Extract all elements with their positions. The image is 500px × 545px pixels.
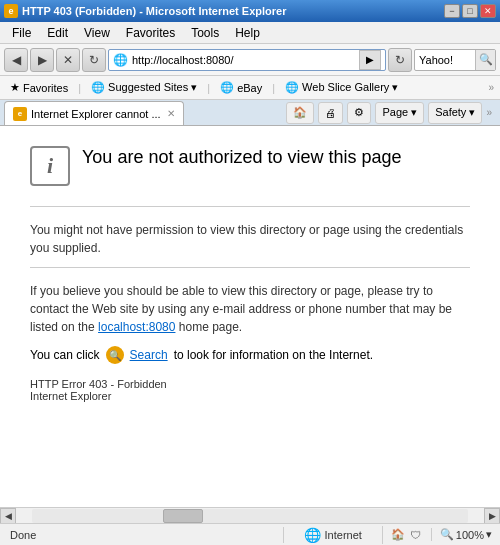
scroll-right-arrow[interactable]: ▶ (484, 508, 500, 524)
status-bar: Done 🌐 Internet 🏠 🛡 🔍 100% ▾ (0, 523, 500, 545)
search-row-suffix: to look for information on the Internet. (174, 348, 373, 362)
favorites-item[interactable]: ★ Favorites (4, 79, 74, 96)
ebay-icon: 🌐 (220, 81, 234, 94)
status-right-icons: 🏠 🛡 (382, 526, 431, 544)
refresh-button[interactable]: ↻ (82, 48, 106, 72)
page-label: Page ▾ (382, 106, 417, 119)
tab-bar: e Internet Explorer cannot ... ✕ (0, 100, 286, 125)
favorites-star-icon: ★ (10, 81, 20, 94)
safety-button[interactable]: Safety ▾ (428, 102, 482, 124)
scroll-track[interactable] (32, 509, 468, 523)
minimize-button[interactable]: − (444, 4, 460, 18)
address-bar: 🌐 ▶ (108, 49, 386, 71)
nav-bar: ◀ ▶ ✕ ↻ 🌐 ▶ ↻ 🔍 (0, 44, 500, 76)
tools-icon: ⚙ (354, 106, 364, 119)
menu-bar: File Edit View Favorites Tools Help (0, 22, 500, 44)
ebay-label: eBay (237, 82, 262, 94)
address-input[interactable] (132, 54, 355, 66)
suggested-sites-item[interactable]: 🌐 Suggested Sites ▾ (85, 79, 203, 96)
horizontal-scrollbar[interactable]: ◀ ▶ (0, 507, 500, 523)
web-slice-icon: 🌐 (285, 81, 299, 94)
search-row-prefix: You can click (30, 348, 100, 362)
fav-separator-2: | (207, 82, 210, 94)
error-footer: HTTP Error 403 - Forbidden Internet Expl… (30, 378, 470, 402)
menu-tools[interactable]: Tools (183, 24, 227, 42)
title-bar-left: e HTTP 403 (Forbidden) - Microsoft Inter… (4, 4, 286, 18)
page-button[interactable]: Page ▾ (375, 102, 424, 124)
menu-view[interactable]: View (76, 24, 118, 42)
title-bar-buttons: − □ ✕ (444, 4, 496, 18)
print-icon: 🖨 (325, 107, 336, 119)
error-icon: i (30, 146, 70, 186)
search-link-row: You can click 🔍 Search to look for infor… (30, 346, 470, 364)
refresh2-button[interactable]: ↻ (388, 48, 412, 72)
search-input[interactable] (415, 54, 475, 66)
internet-icon: 🌐 (304, 527, 321, 543)
active-tab[interactable]: e Internet Explorer cannot ... ✕ (4, 101, 184, 125)
web-slice-label: Web Slice Gallery ▾ (302, 81, 398, 94)
zoom-icon: 🔍 (440, 528, 454, 541)
scroll-left-arrow[interactable]: ◀ (0, 508, 16, 524)
forward-button[interactable]: ▶ (30, 48, 54, 72)
suggested-sites-icon: 🌐 (91, 81, 105, 94)
home-icon: 🏠 (293, 106, 307, 119)
search-button[interactable]: 🔍 (475, 50, 495, 70)
menu-file[interactable]: File (4, 24, 39, 42)
go-button[interactable]: ▶ (359, 50, 381, 70)
web-slice-gallery-item[interactable]: 🌐 Web Slice Gallery ▾ (279, 79, 404, 96)
command-bar: 🏠 🖨 ⚙ Page ▾ Safety ▾ » (286, 100, 492, 125)
status-shield-icon[interactable]: 🛡 (407, 526, 425, 544)
search-link[interactable]: Search (130, 348, 168, 362)
error-heading: You are not authorized to view this page (82, 146, 402, 169)
localhost-link[interactable]: localhost:8080 (98, 320, 175, 334)
paragraph2-end: home page. (179, 320, 242, 334)
status-zoom[interactable]: 🔍 100% ▾ (431, 528, 500, 541)
tab-ie-icon: e (13, 107, 27, 121)
address-icon: 🌐 (113, 53, 128, 67)
divider-1 (30, 206, 470, 207)
fav-separator-3: | (272, 82, 275, 94)
window-title: HTTP 403 (Forbidden) - Microsoft Interne… (22, 5, 286, 17)
back-button[interactable]: ◀ (4, 48, 28, 72)
menu-help[interactable]: Help (227, 24, 268, 42)
status-internet: 🌐 Internet (283, 527, 382, 543)
home-button[interactable]: 🏠 (286, 102, 314, 124)
search-box: 🔍 (414, 49, 496, 71)
print-button[interactable]: 🖨 (318, 102, 343, 124)
safety-label: Safety ▾ (435, 106, 475, 119)
status-zone: Internet (325, 529, 362, 541)
close-button[interactable]: ✕ (480, 4, 496, 18)
divider-2 (30, 267, 470, 268)
search-circle-icon: 🔍 (106, 346, 124, 364)
error-paragraph-1: You might not have permission to view th… (30, 221, 470, 257)
favorites-extend[interactable]: » (486, 80, 496, 95)
error-paragraph-2: If you believe you should be able to vie… (30, 282, 470, 336)
tab-label: Internet Explorer cannot ... (31, 108, 161, 120)
favorites-label: Favorites (23, 82, 68, 94)
scroll-thumb[interactable] (163, 509, 203, 523)
fav-separator-1: | (78, 82, 81, 94)
status-done: Done (0, 529, 283, 541)
menu-favorites[interactable]: Favorites (118, 24, 183, 42)
favorites-bar: ★ Favorites | 🌐 Suggested Sites ▾ | 🌐 eB… (0, 76, 500, 100)
menu-edit[interactable]: Edit (39, 24, 76, 42)
tab-close-icon[interactable]: ✕ (167, 108, 175, 119)
footer-line-2: Internet Explorer (30, 390, 470, 402)
status-home-icon[interactable]: 🏠 (389, 526, 407, 544)
ebay-item[interactable]: 🌐 eBay (214, 79, 268, 96)
zoom-chevron: ▾ (486, 528, 492, 541)
suggested-sites-label: Suggested Sites ▾ (108, 81, 197, 94)
maximize-button[interactable]: □ (462, 4, 478, 18)
zoom-value: 100% (456, 529, 484, 541)
tools-button[interactable]: ⚙ (347, 102, 371, 124)
footer-line-1: HTTP Error 403 - Forbidden (30, 378, 470, 390)
title-bar: e HTTP 403 (Forbidden) - Microsoft Inter… (0, 0, 500, 22)
extend-icon[interactable]: » (486, 107, 492, 118)
content-area: i You are not authorized to view this pa… (0, 126, 500, 501)
error-header: i You are not authorized to view this pa… (30, 146, 470, 186)
ie-icon: e (4, 4, 18, 18)
stop-button[interactable]: ✕ (56, 48, 80, 72)
